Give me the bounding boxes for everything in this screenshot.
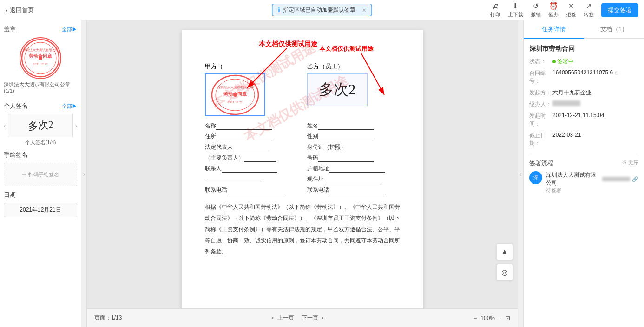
right-tabs: 任务详情 文档（1） [524,20,644,39]
page-nav: ＜ 上一页 下一页 ＞ [270,314,325,322]
info-sender-row: 发起方： 六月十九新企业 [529,89,638,97]
back-arrow-icon: ‹ [6,7,8,14]
right-panel-content: 深圳市劳动合同 状态： 签署中 合同编号： 164005650421311075… [524,39,644,327]
flow-name-blurred [602,177,630,181]
svg-text:2021.12.21: 2021.12.21 [228,100,243,104]
doc-side-buttons: ▲ ◎ [496,243,513,280]
deadline-label: 截止日期： [529,132,552,147]
document-area: 本文档仅供测试用途 本文档仅供测试用途 甲方（ 深圳法大大测试有限公司 劳动合同… [87,20,518,327]
pencil-icon: ✏ [22,172,26,178]
date-header: 日期 [4,191,77,199]
next-page-button[interactable]: 下一页 ＞ [302,314,325,322]
send-time-label: 发起时间： [529,112,552,128]
document-footer: 页面：1/13 ＜ 上一页 下一页 ＞ − 100% + ⊡ [87,308,518,327]
urge-button[interactable]: ⏰ 催办 [548,2,559,18]
flow-link-icon[interactable]: 🔗 [632,176,638,182]
signing-flow-header: 签署流程 ※ 无序 [529,159,638,167]
seal-all-link[interactable]: 全部▶ [62,26,77,33]
status-text: 签署中 [557,58,574,66]
flow-company-text: 深圳法大大测试有限公司 [546,171,600,187]
info-icon: ℹ [278,7,280,13]
reject-button[interactable]: ✕ 拒签 [566,2,576,18]
submit-button[interactable]: 提交签署 [601,3,638,17]
copy-icon[interactable]: ⎘ [615,70,618,75]
page-info: 页面：1/13 [94,314,122,322]
handwrite-btn-label: 扫码手绘签名 [28,171,59,178]
field-empty-left [205,175,298,183]
party-b-signature: 多次2 [319,80,356,100]
party-a-label: 甲方（ [205,62,298,71]
zoom-level: 100% [480,315,495,321]
info-handler-row: 经办人： [529,100,638,108]
seal-company-label: 深圳法大大测试有限公司公章(1/1) [4,81,77,93]
toolbar-actions: 🖨 打印 ⬇ 上下载 ↺ 撤销 ⏰ 催办 ✕ 拒签 ↗ 转签 提交签署 [490,2,638,18]
tab-document[interactable]: 文档（1） [584,20,644,39]
field-household: 户籍地址 [307,165,400,173]
right-panel: 任务详情 文档（1） 深圳市劳动合同 状态： 签署中 合同编号： 1640056… [523,20,644,327]
field-id-card: 身份证（护照） [307,143,400,151]
zoom-out-button[interactable]: − [473,315,477,321]
toast-text: 指定区域已自动加盖默认签章 [283,6,355,14]
personal-sign-all[interactable]: 全部▶ [62,103,77,110]
handler-blurred [552,100,580,106]
left-sidebar-handle[interactable]: › [81,20,87,327]
download-button[interactable]: ⬇ 上下载 [508,2,523,18]
date-section: 日期 2021年12月21日 [4,191,77,217]
flow-status: 待签署 [546,187,638,194]
handwrite-label: 手绘签名 [4,151,28,159]
sender-value: 六月十九新企业 [552,89,638,97]
seal-section-label: 盖章 [4,25,16,33]
print-button[interactable]: 🖨 打印 [490,2,500,18]
status-label: 状态： [529,58,552,66]
transfer-label: 转签 [584,11,594,18]
back-label: 返回首页 [10,6,34,14]
reject-icon: ✕ [568,2,574,10]
prev-page-button[interactable]: ＜ 上一页 [270,314,294,322]
date-value[interactable]: 2021年12月21日 [4,203,77,217]
party-b-sign-box[interactable]: 多次2 [307,73,368,106]
company-seal-item[interactable]: 深圳法大大测试有限公司 劳动合同章 2021.12.21 深圳法大大测试有限公司… [4,37,77,93]
form-row-1: 名称 姓名 [205,122,400,130]
download-icon: ⬇ [513,2,519,10]
info-deadline-row: 截止日期： 2022-03-21 [529,132,638,147]
main-area: 盖章 全部▶ 深圳法大大测试有限公司 劳动合同章 2021.12.21 深圳法大… [0,20,644,327]
zoom-in-button[interactable]: + [499,315,502,321]
form-row-3: 法定代表人 身份证（护照） [205,143,400,151]
section-divider [529,153,638,153]
sign-box[interactable]: 多次2 [8,114,73,137]
revoke-button[interactable]: ↺ 撤销 [531,2,541,18]
scroll-up-button[interactable]: ▲ [496,243,513,260]
sign-prev-arrow[interactable]: ‹ [4,122,6,129]
fit-page-button[interactable]: ⊡ [506,315,510,321]
personal-sign-section: 个人签名 全部▶ ‹ 多次2 › 个人签名(1/4) [4,102,77,146]
field-contact-left: 联系人 [205,165,298,173]
right-sidebar-handle[interactable]: ‹ [518,20,523,327]
toolbar: ‹ 返回首页 ℹ 指定区域已自动加盖默认签章 × 🖨 打印 ⬇ 上下载 ↺ 撤销… [0,0,644,20]
scroll-target-button[interactable]: ◎ [496,264,513,280]
svg-text:深圳法大大测试有限公司: 深圳法大大测试有限公司 [217,86,253,89]
party-a-sign-box[interactable]: 深圳法大大测试有限公司 劳动合同章 2021.12.21 [205,73,265,116]
toast-close-icon[interactable]: × [362,7,366,14]
form-row-7: 联系电话 联系电话 [205,186,400,194]
flow-avatar: 深 [529,171,542,184]
form-fields: 名称 姓名 住所 性别 [205,122,400,194]
handler-label: 经办人： [529,100,552,108]
flow-info: 深圳法大大测试有限公司 🔗 待签署 [546,171,638,194]
form-row-4: （主要负责人） 号码 [205,154,400,162]
transfer-button[interactable]: ↗ 转签 [584,2,594,18]
personal-sign-label: 个人签名 [4,102,28,110]
status-badge: 签署中 [552,58,574,66]
date-label: 日期 [4,191,16,199]
info-status-row: 状态： 签署中 [529,58,638,66]
field-id-num: 号码 [307,154,400,162]
handwrite-button[interactable]: ✏ 扫码手绘签名 [4,163,77,186]
contract-no-text: 164005650421311075 6 [552,69,613,76]
sign-next-arrow[interactable]: › [75,122,77,129]
field-current-address: 现住址 [307,175,400,183]
tab-task-details[interactable]: 任务详情 [524,20,584,39]
info-send-time-row: 发起时间： 2021-12-21 11.15.04 [529,112,638,128]
urge-icon: ⏰ [549,2,558,10]
field-name-right: 姓名 [307,122,400,130]
back-button[interactable]: ‹ 返回首页 [6,6,34,14]
document-scroll[interactable]: 本文档仅供测试用途 本文档仅供测试用途 甲方（ 深圳法大大测试有限公司 劳动合同… [87,20,518,308]
